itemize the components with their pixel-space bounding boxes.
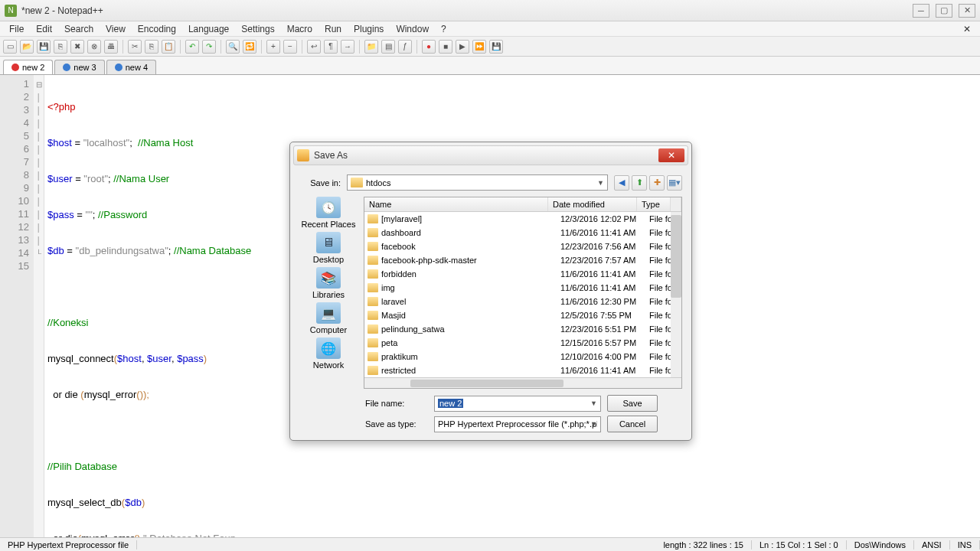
zoom-in-icon[interactable]: + (266, 40, 280, 54)
wrap-icon[interactable]: ↩ (307, 40, 321, 54)
file-list[interactable]: Name Date modified Type [mylaravel]12/3/… (364, 197, 682, 389)
col-type[interactable]: Type (637, 197, 671, 211)
close-all-icon[interactable]: ⊗ (87, 40, 101, 54)
menu-macro[interactable]: Macro (281, 22, 318, 36)
toolbar-sep (122, 40, 123, 54)
play-macro-icon[interactable]: ▶ (456, 40, 469, 54)
toolbar-sep (220, 40, 221, 54)
file-name-input[interactable]: new 2▼ (434, 396, 601, 412)
tab-new-3[interactable]: new 3 (54, 60, 104, 74)
line-gutter: 123 456 789 101112 131415 (0, 75, 34, 537)
undo-icon[interactable]: ↶ (185, 40, 199, 54)
place-desktop[interactable]: 🖥Desktop (313, 232, 344, 264)
replace-icon[interactable]: 🔁 (243, 40, 256, 54)
menu-window[interactable]: Window (390, 22, 435, 36)
fold-icon[interactable]: ⊟ (34, 78, 44, 91)
menu-view[interactable]: View (100, 22, 132, 36)
window-title: *new 2 - Notepad++ (21, 5, 913, 16)
new-folder-icon[interactable]: ✚ (649, 175, 665, 191)
file-name-label: File name: (365, 399, 428, 408)
app-icon: N (5, 5, 17, 17)
file-row[interactable]: facebook-php-sdk-master12/23/2016 7:57 A… (364, 253, 681, 267)
menu-encoding[interactable]: Encoding (132, 22, 182, 36)
vertical-scrollbar[interactable] (671, 212, 681, 377)
menu-help[interactable]: ? (435, 22, 452, 36)
file-row[interactable]: restricted11/6/2016 11:41 AMFile fol (364, 364, 681, 377)
tab-label: new 2 (22, 63, 44, 72)
record-macro-icon[interactable]: ● (422, 40, 436, 54)
folder-icon (368, 228, 378, 237)
indent-icon[interactable]: → (341, 40, 354, 54)
paste-icon[interactable]: 📋 (162, 40, 175, 54)
close-window-button[interactable]: ✕ (959, 4, 975, 18)
save-icon (297, 149, 309, 161)
open-file-icon[interactable]: 📂 (20, 40, 34, 54)
file-row[interactable]: pelindung_satwa12/23/2016 5:51 PMFile fo… (364, 322, 681, 336)
place-libraries[interactable]: 📚Libraries (312, 267, 345, 299)
col-name[interactable]: Name (364, 197, 548, 211)
recent-icon: 🕓 (316, 197, 341, 218)
up-folder-icon[interactable]: ⬆ (632, 175, 647, 191)
save-icon[interactable]: 💾 (37, 40, 51, 54)
save-all-icon[interactable]: ⎘ (54, 40, 67, 54)
network-icon: 🌐 (316, 337, 341, 359)
minimize-button[interactable]: ─ (913, 4, 929, 18)
tab-new-4[interactable]: new 4 (106, 60, 156, 74)
save-in-combo[interactable]: htdocs ▼ (347, 174, 608, 191)
menu-settings[interactable]: Settings (235, 22, 280, 36)
new-file-icon[interactable]: ▭ (3, 40, 17, 54)
col-date[interactable]: Date modified (548, 197, 637, 211)
file-row[interactable]: dashboard11/6/2016 11:41 AMFile fol (364, 226, 681, 240)
menu-edit[interactable]: Edit (30, 22, 58, 36)
file-row[interactable]: facebook12/23/2016 7:56 AMFile fol (364, 240, 681, 253)
menu-file[interactable]: File (3, 22, 30, 36)
close-icon[interactable]: ✖ (70, 40, 84, 54)
play-multi-icon[interactable]: ⏩ (472, 40, 486, 54)
saved-dot-icon (115, 64, 122, 71)
folder-icon[interactable]: 📁 (364, 40, 378, 54)
save-macro-icon[interactable]: 💾 (489, 40, 503, 54)
dialog-close-button[interactable]: ✕ (658, 148, 684, 162)
places-bar: 🕓Recent Places 🖥Desktop 📚Libraries 💻Comp… (299, 197, 358, 389)
file-row[interactable]: praktikum12/10/2016 4:00 PMFile fol (364, 350, 681, 364)
zoom-out-icon[interactable]: − (283, 40, 297, 54)
toolbar-sep (359, 40, 360, 54)
place-network[interactable]: 🌐Network (313, 337, 344, 370)
menu-search[interactable]: Search (58, 22, 100, 36)
save-in-label: Save in: (299, 178, 341, 187)
file-row[interactable]: img11/6/2016 11:41 AMFile fol (364, 281, 681, 295)
tab-new-2[interactable]: new 2 (3, 60, 53, 74)
save-type-combo[interactable]: PHP Hypertext Preprocessor file (*.php;*… (434, 416, 601, 432)
print-icon[interactable]: 🖶 (104, 40, 118, 54)
cut-icon[interactable]: ✂ (128, 40, 142, 54)
titlebar: N *new 2 - Notepad++ ─ ▢ ✕ (0, 0, 980, 21)
place-recent[interactable]: 🕓Recent Places (302, 197, 356, 229)
menu-run[interactable]: Run (318, 22, 348, 36)
view-menu-icon[interactable]: ▦▾ (667, 175, 682, 191)
unsaved-dot-icon (11, 64, 19, 71)
close-doc-button[interactable]: ✕ (957, 22, 977, 36)
back-icon[interactable]: ◀ (614, 175, 629, 191)
copy-icon[interactable]: ⎘ (145, 40, 158, 54)
menu-plugins[interactable]: Plugins (348, 22, 390, 36)
file-row[interactable]: peta12/15/2016 5:57 PMFile fol (364, 336, 681, 350)
fold-margin: ⊟ ││││││││││││└ (34, 75, 44, 537)
find-icon[interactable]: 🔍 (226, 40, 240, 54)
redo-icon[interactable]: ↷ (202, 40, 216, 54)
folder-icon (351, 178, 363, 187)
file-row[interactable]: laravel11/6/2016 12:30 PMFile fol (364, 295, 681, 308)
file-row[interactable]: [mylaravel]12/3/2016 12:02 PMFile fol (364, 212, 681, 226)
horizontal-scrollbar[interactable] (364, 377, 681, 388)
menu-language[interactable]: Language (182, 22, 235, 36)
func-list-icon[interactable]: ƒ (398, 40, 412, 54)
save-button[interactable]: Save (607, 395, 658, 412)
stop-macro-icon[interactable]: ■ (439, 40, 452, 54)
maximize-button[interactable]: ▢ (936, 4, 952, 18)
place-computer[interactable]: 💻Computer (310, 302, 347, 334)
doc-map-icon[interactable]: ▤ (381, 40, 395, 54)
cancel-button[interactable]: Cancel (607, 416, 658, 432)
show-all-icon[interactable]: ¶ (324, 40, 338, 54)
file-row[interactable]: Masjid12/5/2016 7:55 PMFile fol (364, 308, 681, 322)
dialog-titlebar[interactable]: Save As ✕ (293, 145, 688, 165)
file-row[interactable]: forbidden11/6/2016 11:41 AMFile fol (364, 267, 681, 281)
